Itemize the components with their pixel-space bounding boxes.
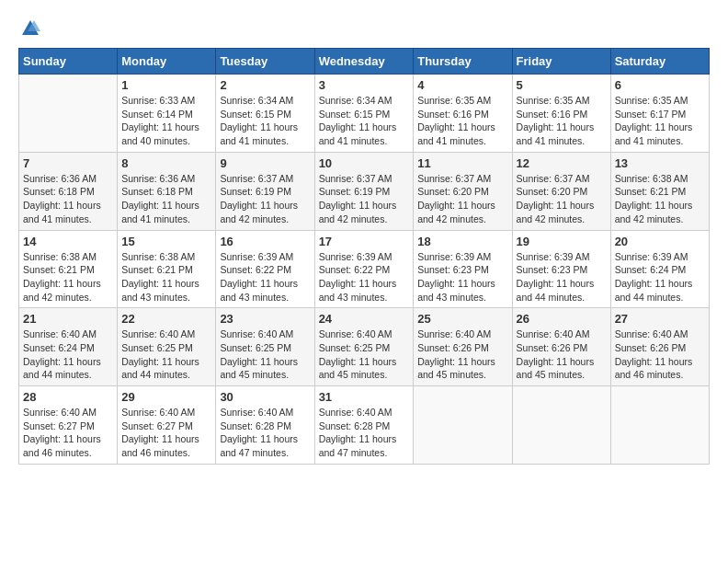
- calendar-day-cell: 7Sunrise: 6:36 AMSunset: 6:18 PMDaylight…: [19, 152, 118, 230]
- day-info: Sunrise: 6:35 AMSunset: 6:16 PMDaylight:…: [417, 94, 507, 148]
- day-info: Sunrise: 6:40 AMSunset: 6:26 PMDaylight:…: [517, 327, 607, 382]
- day-info: Sunrise: 6:39 AMSunset: 6:22 PMDaylight:…: [319, 250, 410, 304]
- calendar-day-cell: 4Sunrise: 6:35 AMSunset: 6:16 PMDaylight…: [414, 75, 512, 153]
- day-info: Sunrise: 6:38 AMSunset: 6:21 PMDaylight:…: [615, 172, 705, 226]
- calendar-day-cell: 17Sunrise: 6:39 AMSunset: 6:22 PMDayligh…: [314, 230, 414, 308]
- day-number: 13: [615, 156, 705, 170]
- logo: [18, 18, 40, 39]
- calendar-header-row: SundayMondayTuesdayWednesdayThursdayFrid…: [19, 49, 710, 75]
- day-info: Sunrise: 6:40 AMSunset: 6:27 PMDaylight:…: [23, 406, 113, 460]
- calendar-day-cell: 20Sunrise: 6:39 AMSunset: 6:24 PMDayligh…: [610, 230, 709, 308]
- day-number: 7: [23, 156, 113, 170]
- calendar-day-cell: 1Sunrise: 6:33 AMSunset: 6:14 PMDaylight…: [118, 75, 216, 153]
- day-info: Sunrise: 6:40 AMSunset: 6:26 PMDaylight:…: [615, 327, 705, 382]
- day-info: Sunrise: 6:33 AMSunset: 6:14 PMDaylight:…: [121, 94, 211, 148]
- calendar-week-row: 1Sunrise: 6:33 AMSunset: 6:14 PMDaylight…: [19, 75, 710, 153]
- day-number: 28: [23, 390, 113, 404]
- day-info: Sunrise: 6:38 AMSunset: 6:21 PMDaylight:…: [121, 250, 211, 304]
- day-number: 16: [220, 235, 310, 248]
- calendar-day-cell: 13Sunrise: 6:38 AMSunset: 6:21 PMDayligh…: [610, 152, 709, 230]
- calendar-day-cell: 8Sunrise: 6:36 AMSunset: 6:18 PMDaylight…: [118, 152, 216, 230]
- logo-icon: [20, 18, 40, 39]
- calendar-day-cell: 14Sunrise: 6:38 AMSunset: 6:21 PMDayligh…: [19, 230, 118, 308]
- day-info: Sunrise: 6:35 AMSunset: 6:17 PMDaylight:…: [615, 94, 705, 148]
- day-number: 6: [615, 78, 705, 92]
- calendar-day-cell: 23Sunrise: 6:40 AMSunset: 6:25 PMDayligh…: [216, 308, 314, 386]
- calendar-day-cell: 18Sunrise: 6:39 AMSunset: 6:23 PMDayligh…: [414, 230, 512, 308]
- calendar-day-cell: [512, 386, 610, 465]
- day-number: 12: [517, 156, 607, 170]
- calendar-day-cell: 12Sunrise: 6:37 AMSunset: 6:20 PMDayligh…: [512, 152, 610, 230]
- day-info: Sunrise: 6:34 AMSunset: 6:15 PMDaylight:…: [220, 94, 310, 148]
- calendar-week-row: 7Sunrise: 6:36 AMSunset: 6:18 PMDaylight…: [19, 152, 710, 230]
- day-number: 24: [319, 312, 410, 326]
- calendar-day-cell: 26Sunrise: 6:40 AMSunset: 6:26 PMDayligh…: [512, 308, 610, 386]
- day-info: Sunrise: 6:40 AMSunset: 6:27 PMDaylight:…: [121, 406, 211, 460]
- day-info: Sunrise: 6:39 AMSunset: 6:23 PMDaylight:…: [417, 250, 507, 304]
- calendar-week-row: 21Sunrise: 6:40 AMSunset: 6:24 PMDayligh…: [19, 308, 710, 386]
- day-info: Sunrise: 6:35 AMSunset: 6:16 PMDaylight:…: [517, 94, 607, 148]
- day-info: Sunrise: 6:40 AMSunset: 6:26 PMDaylight:…: [417, 327, 507, 382]
- calendar-day-cell: 2Sunrise: 6:34 AMSunset: 6:15 PMDaylight…: [216, 75, 314, 153]
- day-info: Sunrise: 6:38 AMSunset: 6:21 PMDaylight:…: [23, 250, 113, 304]
- calendar-day-cell: 15Sunrise: 6:38 AMSunset: 6:21 PMDayligh…: [118, 230, 216, 308]
- day-info: Sunrise: 6:36 AMSunset: 6:18 PMDaylight:…: [23, 172, 113, 226]
- calendar-day-cell: 31Sunrise: 6:40 AMSunset: 6:28 PMDayligh…: [314, 386, 414, 465]
- calendar-day-cell: 5Sunrise: 6:35 AMSunset: 6:16 PMDaylight…: [512, 75, 610, 153]
- day-number: 26: [517, 312, 607, 326]
- calendar-header-cell: Thursday: [414, 49, 512, 75]
- day-number: 11: [417, 156, 507, 170]
- calendar-day-cell: [610, 386, 709, 465]
- calendar-day-cell: 19Sunrise: 6:39 AMSunset: 6:23 PMDayligh…: [512, 230, 610, 308]
- calendar-day-cell: [19, 75, 118, 153]
- calendar-header-cell: Monday: [118, 49, 216, 75]
- calendar-day-cell: 30Sunrise: 6:40 AMSunset: 6:28 PMDayligh…: [216, 386, 314, 465]
- calendar-week-row: 28Sunrise: 6:40 AMSunset: 6:27 PMDayligh…: [19, 386, 710, 465]
- day-number: 31: [319, 390, 410, 404]
- day-info: Sunrise: 6:39 AMSunset: 6:22 PMDaylight:…: [220, 250, 310, 304]
- page-header: [18, 18, 710, 39]
- calendar-header-cell: Friday: [512, 49, 610, 75]
- day-number: 30: [220, 390, 310, 404]
- calendar-header-cell: Wednesday: [314, 49, 414, 75]
- day-number: 10: [319, 156, 410, 170]
- calendar-day-cell: 28Sunrise: 6:40 AMSunset: 6:27 PMDayligh…: [19, 386, 118, 465]
- calendar-day-cell: 16Sunrise: 6:39 AMSunset: 6:22 PMDayligh…: [216, 230, 314, 308]
- calendar-day-cell: 21Sunrise: 6:40 AMSunset: 6:24 PMDayligh…: [19, 308, 118, 386]
- calendar-day-cell: 24Sunrise: 6:40 AMSunset: 6:25 PMDayligh…: [314, 308, 414, 386]
- calendar-day-cell: 25Sunrise: 6:40 AMSunset: 6:26 PMDayligh…: [414, 308, 512, 386]
- calendar-day-cell: 27Sunrise: 6:40 AMSunset: 6:26 PMDayligh…: [610, 308, 709, 386]
- day-number: 1: [121, 78, 211, 92]
- calendar-day-cell: 29Sunrise: 6:40 AMSunset: 6:27 PMDayligh…: [118, 386, 216, 465]
- day-number: 27: [615, 312, 705, 326]
- calendar-header-cell: Tuesday: [216, 49, 314, 75]
- day-number: 15: [121, 235, 211, 248]
- day-number: 25: [417, 312, 507, 326]
- calendar-day-cell: [414, 386, 512, 465]
- calendar-header-cell: Saturday: [610, 49, 709, 75]
- day-number: 14: [23, 235, 113, 248]
- calendar-day-cell: 9Sunrise: 6:37 AMSunset: 6:19 PMDaylight…: [216, 152, 314, 230]
- day-number: 19: [517, 235, 607, 248]
- day-number: 8: [121, 156, 211, 170]
- day-number: 23: [220, 312, 310, 326]
- day-info: Sunrise: 6:40 AMSunset: 6:24 PMDaylight:…: [23, 327, 113, 382]
- day-info: Sunrise: 6:34 AMSunset: 6:15 PMDaylight:…: [319, 94, 410, 148]
- day-number: 29: [121, 390, 211, 404]
- day-number: 20: [615, 235, 705, 248]
- day-number: 22: [121, 312, 211, 326]
- calendar-header-cell: Sunday: [19, 49, 118, 75]
- day-number: 3: [319, 78, 410, 92]
- calendar-day-cell: 10Sunrise: 6:37 AMSunset: 6:19 PMDayligh…: [314, 152, 414, 230]
- day-info: Sunrise: 6:37 AMSunset: 6:20 PMDaylight:…: [517, 172, 607, 226]
- calendar-body: 1Sunrise: 6:33 AMSunset: 6:14 PMDaylight…: [19, 75, 710, 465]
- day-number: 18: [417, 235, 507, 248]
- day-info: Sunrise: 6:40 AMSunset: 6:28 PMDaylight:…: [220, 406, 310, 460]
- calendar-day-cell: 11Sunrise: 6:37 AMSunset: 6:20 PMDayligh…: [414, 152, 512, 230]
- calendar-day-cell: 22Sunrise: 6:40 AMSunset: 6:25 PMDayligh…: [118, 308, 216, 386]
- calendar-week-row: 14Sunrise: 6:38 AMSunset: 6:21 PMDayligh…: [19, 230, 710, 308]
- day-number: 9: [220, 156, 310, 170]
- day-info: Sunrise: 6:37 AMSunset: 6:19 PMDaylight:…: [319, 172, 410, 226]
- day-info: Sunrise: 6:40 AMSunset: 6:25 PMDaylight:…: [319, 327, 410, 382]
- day-info: Sunrise: 6:39 AMSunset: 6:24 PMDaylight:…: [615, 250, 705, 304]
